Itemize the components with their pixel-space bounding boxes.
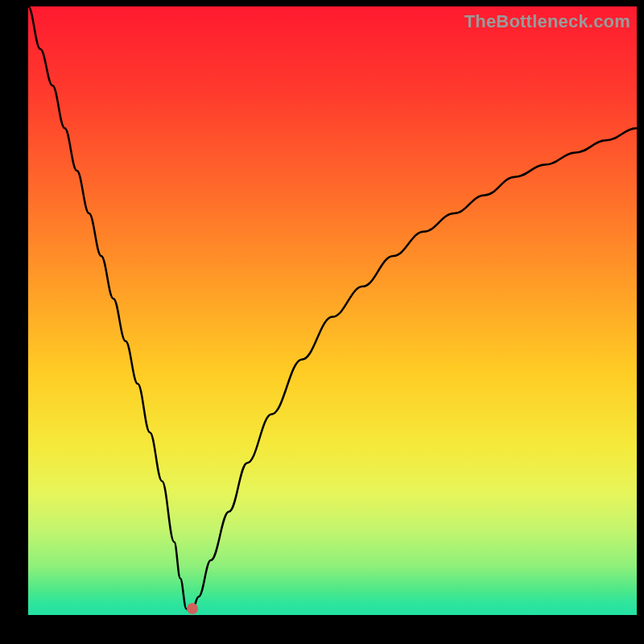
plot-area: TheBottleneck.com bbox=[28, 6, 637, 615]
bottleneck-curve bbox=[28, 6, 637, 615]
chart-container: TheBottleneck.com bbox=[0, 0, 644, 644]
current-marker bbox=[187, 603, 198, 614]
